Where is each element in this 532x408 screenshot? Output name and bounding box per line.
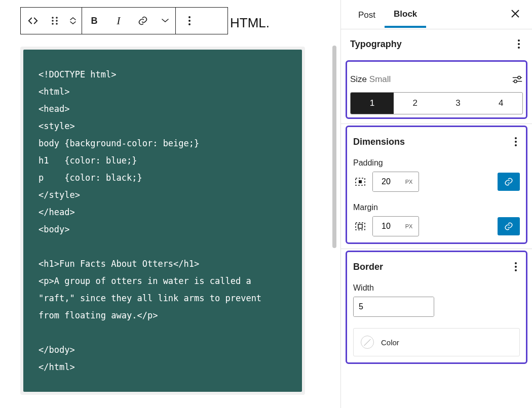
code-icon bbox=[27, 15, 39, 26]
border-color-button[interactable]: Color bbox=[353, 328, 520, 356]
typography-title: Typography bbox=[350, 39, 402, 50]
drag-handle[interactable] bbox=[45, 16, 64, 25]
close-sidebar-button[interactable] bbox=[507, 4, 524, 25]
tab-block[interactable]: Block bbox=[385, 1, 426, 28]
close-icon bbox=[511, 9, 520, 18]
italic-button[interactable]: I bbox=[106, 8, 131, 34]
more-options-button[interactable] bbox=[176, 8, 203, 34]
border-options-button[interactable] bbox=[512, 259, 520, 274]
chevron-down-icon bbox=[70, 21, 76, 25]
border-width-input[interactable] bbox=[354, 297, 434, 316]
drag-icon bbox=[51, 16, 58, 25]
svg-point-0 bbox=[52, 17, 54, 19]
trailing-text: HTML. bbox=[230, 15, 270, 31]
padding-sides-button[interactable] bbox=[353, 175, 367, 189]
chevron-down-icon bbox=[162, 19, 169, 23]
padding-label: Padding bbox=[353, 158, 520, 168]
margin-input[interactable] bbox=[373, 217, 399, 236]
size-seg-1[interactable]: 1 bbox=[351, 93, 394, 114]
more-rich-text-button[interactable] bbox=[155, 8, 175, 34]
tab-post[interactable]: Post bbox=[349, 2, 385, 27]
svg-point-9 bbox=[514, 80, 517, 83]
svg-point-3 bbox=[56, 20, 58, 22]
link-icon bbox=[137, 15, 148, 26]
scrollbar-thumb[interactable] bbox=[332, 46, 336, 248]
margin-input-group: PX bbox=[372, 216, 419, 236]
svg-point-2 bbox=[52, 20, 54, 22]
custom-size-button[interactable] bbox=[512, 74, 523, 85]
margin-unit[interactable]: PX bbox=[399, 217, 419, 236]
editor-pane: B I HTML. <!DOCTYPE html> <html> <head> … bbox=[0, 0, 340, 408]
svg-rect-11 bbox=[359, 180, 362, 183]
typography-panel: Typography Size Small 1 bbox=[341, 29, 532, 124]
link-icon bbox=[504, 221, 514, 231]
margin-label: Margin bbox=[353, 203, 520, 212]
font-size-label: Size Small bbox=[350, 74, 391, 85]
border-color-label: Color bbox=[381, 338, 399, 347]
link-button[interactable] bbox=[131, 8, 155, 34]
color-swatch-none-icon bbox=[361, 336, 374, 349]
more-vertical-icon bbox=[185, 13, 194, 28]
svg-point-1 bbox=[56, 17, 58, 19]
font-size-segments: 1 2 3 4 bbox=[350, 92, 523, 114]
svg-rect-13 bbox=[358, 224, 362, 228]
svg-rect-12 bbox=[356, 223, 365, 230]
padding-unit[interactable]: PX bbox=[399, 172, 419, 191]
link-icon bbox=[504, 177, 514, 187]
block-mover[interactable] bbox=[64, 17, 82, 25]
border-width-input-group: PX bbox=[353, 297, 434, 317]
box-padding-icon bbox=[354, 176, 366, 188]
box-margin-icon bbox=[354, 220, 366, 232]
svg-point-7 bbox=[518, 76, 520, 79]
dimensions-panel: Dimensions Padding PX bbox=[341, 124, 532, 249]
settings-sidebar: Post Block Typography Size Small bbox=[340, 0, 532, 408]
margin-sides-button[interactable] bbox=[353, 219, 367, 233]
size-seg-4[interactable]: 4 bbox=[479, 93, 522, 114]
block-toolbar: B I bbox=[20, 7, 228, 34]
border-title: Border bbox=[353, 262, 383, 272]
sidebar-tabs: Post Block bbox=[341, 0, 532, 29]
size-seg-2[interactable]: 2 bbox=[394, 93, 437, 114]
svg-point-5 bbox=[56, 23, 58, 25]
chevron-up-icon bbox=[70, 17, 76, 21]
padding-input-group: PX bbox=[372, 172, 419, 192]
code-block[interactable]: <!DOCTYPE html> <html> <head> <style> bo… bbox=[23, 50, 302, 392]
padding-link-sides-button[interactable] bbox=[498, 173, 520, 191]
typography-options-button[interactable] bbox=[515, 36, 523, 52]
dimensions-title: Dimensions bbox=[353, 137, 405, 147]
svg-point-4 bbox=[52, 23, 54, 25]
typography-highlight: Size Small 1 2 3 4 bbox=[347, 62, 526, 117]
border-panel: Border Width PX Color bbox=[341, 249, 532, 369]
dimensions-options-button[interactable] bbox=[512, 134, 520, 149]
border-width-label: Width bbox=[353, 283, 520, 293]
padding-input[interactable] bbox=[373, 172, 399, 191]
margin-link-sides-button[interactable] bbox=[498, 217, 520, 235]
size-seg-3[interactable]: 3 bbox=[437, 93, 480, 114]
block-type-button[interactable] bbox=[21, 8, 45, 34]
bold-button[interactable]: B bbox=[82, 8, 106, 34]
sliders-icon bbox=[512, 74, 523, 85]
code-block-container: <!DOCTYPE html> <html> <head> <style> bo… bbox=[20, 47, 305, 395]
